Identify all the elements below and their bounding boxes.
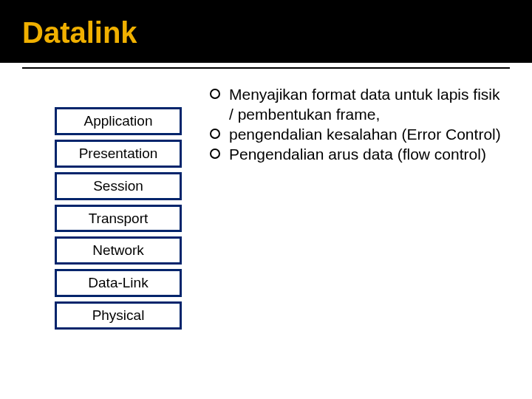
bullet-text: Pengendalian arus data (flow control) bbox=[229, 145, 505, 165]
layer-physical: Physical bbox=[55, 301, 182, 330]
layer-transport: Transport bbox=[55, 205, 182, 233]
slide-title: Datalink bbox=[22, 16, 510, 50]
layer-network: Network bbox=[55, 236, 182, 265]
circle-bullet-icon bbox=[210, 149, 220, 159]
circle-bullet-icon bbox=[210, 129, 220, 139]
layer-datalink: Data-Link bbox=[55, 269, 182, 297]
slide-header: Datalink bbox=[0, 0, 532, 63]
bullet-list: Menyajikan format data untuk lapis fisik… bbox=[210, 85, 505, 334]
osi-layer-stack: Application Presentation Session Transpo… bbox=[55, 107, 182, 334]
bullet-item: Pengendalian arus data (flow control) bbox=[210, 145, 505, 165]
layer-session: Session bbox=[55, 172, 182, 200]
bullet-text: pengendalian kesalahan (Error Control) bbox=[229, 125, 505, 145]
bullet-item: Menyajikan format data untuk lapis fisik… bbox=[210, 85, 505, 125]
bullet-text: Menyajikan format data untuk lapis fisik… bbox=[229, 85, 505, 125]
circle-bullet-icon bbox=[210, 89, 220, 99]
slide-content: Application Presentation Session Transpo… bbox=[0, 69, 532, 334]
bullet-item: pengendalian kesalahan (Error Control) bbox=[210, 125, 505, 145]
layer-presentation: Presentation bbox=[55, 140, 182, 168]
layer-application: Application bbox=[55, 107, 182, 135]
